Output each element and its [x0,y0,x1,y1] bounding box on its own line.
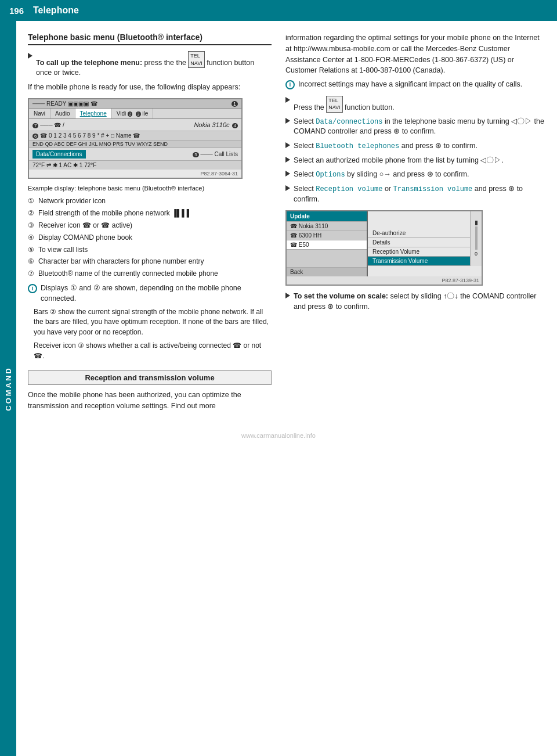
triangle-icon-r2 [285,118,290,124]
page-title: Telephone [33,5,79,16]
bullet-press-tel: Press the TELNAVI function button. [285,96,545,113]
opt-right-inner: De-authorize Details Reception Volume Tr… [368,211,482,266]
legend-item-1: ① Network provider icon [28,196,272,206]
bullet-select-phone: Select an authorized mobile phone from t… [285,156,545,166]
bullet-set-volume: To set the volume on scale: select by sl… [285,291,545,312]
bullet-data-connections: Select Data/connections in the telephone… [285,117,545,137]
final-bullet-label: To set the volume on scale: [294,292,388,300]
info-box-1: i Displays ① and ② are shown, depending … [28,283,272,304]
opt-menu-list: De-authorize Details Reception Volume Tr… [368,211,470,266]
mono-reception: Reception volume [316,185,382,193]
right-column: information regarding the optimal settin… [285,33,545,415]
legend-text-1: Network provider icon [38,196,106,206]
para-info-text: information regarding the optimal settin… [285,34,540,74]
bullet-set-volume-text: To set the volume on scale: select by sl… [294,291,545,312]
para-info-right: information regarding the optimal settin… [285,33,545,76]
triangle-icon-r1 [285,97,290,103]
side-label-text: COMAND [4,366,13,411]
legend-text-5: To view call lists [38,245,88,255]
bullet-call-up-text: To call up the telephone menu: press the… [36,51,272,78]
legend-num-4: ④ [28,233,38,243]
legend-num-3: ③ [28,221,38,231]
bullet-bluetooth-text: Select Bluetooth telephones and press ⊛ … [294,141,478,152]
opt-ref: P82.87-3139-31 [287,276,482,285]
phone-ready: ─── READY ▣▣▣▣ ☎ [32,100,97,107]
legend-item-2: ② Field strength of the mobile phone net… [28,208,272,218]
info-box-right: i Incorrect settings may have a signific… [285,80,545,90]
info-bars-text: Bars ② show the current signal strength … [34,307,272,337]
phone-icon-3: ☎ [290,242,297,248]
opt-details: Details [368,238,470,247]
triangle-icon-r6 [285,185,290,191]
info-text-1: Displays ① and ② are shown, depending on… [41,283,272,304]
opt-right-panel: De-authorize Details Reception Volume Tr… [368,211,482,276]
opt-transmission: Transmission Volume [368,257,470,266]
opt-reception: Reception Volume [368,247,470,257]
legend-text-2: Field strength of the mobile phone netwo… [38,208,191,218]
legend-num-7: ⑦ [28,269,38,279]
bullet-options: Select Options by sliding ○→ and press ⊛… [285,170,545,180]
bullet-text-1: press the [144,59,174,67]
info-icon-1: i [28,284,37,293]
left-column: Telephone basic menu (Bluetooth® interfa… [28,33,272,415]
mono-bluetooth: Bluetooth telephones [316,142,399,150]
phone2-name: 6300 HH [299,232,321,239]
legend-text-4: Display COMAND phone book [38,233,132,243]
slider-track [475,226,478,250]
opt-deauth: De-authorize [368,229,470,238]
phone-data-row: Data/Connections 5 ─── Call Lists [29,148,241,161]
header-bar: 196 Telephone [0,0,557,21]
caption: Example display: telephone basic menu (B… [28,185,272,192]
phone3-name: E50 [299,242,309,248]
phone-top-bar: ─── READY ▣▣▣▣ ☎ 1 [29,99,241,109]
options-display: Update ☎ Nokia 3110 ☎ 6300 HH ☎ E50 [285,210,483,286]
caption-text: Example display: telephone basic menu (B… [28,185,204,192]
phone-num-label: 6 ☎ 0 1 2 3 4 5 6 7 8 9 * # + □ Name ☎ [32,132,140,139]
legend-num-2: ② [28,208,38,218]
section-box: Reception and transmission volume [28,370,272,385]
phone-icon-2: ☎ [290,232,297,239]
nokia-name: Nokia 3110c [194,121,229,128]
slider-zero: 0 [475,251,478,257]
phone-bottom-row: 72°F ⇌ ✱ 1 AC ✱ 1 72°F [29,161,241,170]
phone-ref: P82.87-3064-31 [29,170,241,178]
legend-num-6: ⑥ [28,257,38,267]
legend-item-4: ④ Display COMAND phone book [28,233,272,243]
tel-btn: TELNAVI [188,51,204,68]
legend-text-7: Bluetooth® name of the currently connect… [38,269,218,279]
legend-item-6: ⑥ Character bar with characters for phon… [28,257,272,267]
para-reception: Once the mobile phone has been authorize… [28,390,272,412]
menu-vid: Vidi 2 3 ile [112,109,154,118]
bullet-call-up: To call up the telephone menu: press the… [28,51,272,78]
legend-num-1: ① [28,196,38,206]
mono-data-connections: Data/connections [316,118,382,126]
info-receiver-text: Receiver icon ③ shows whether a call is … [34,341,272,361]
back-label: Back [290,269,303,275]
side-label: COMAND [0,21,16,756]
phone-menu-bar: Navi Audio Telephone Vidi 2 3 ile [29,109,241,119]
phone-data-connections: Data/Connections [32,150,86,159]
menu-navi: Navi [29,109,50,118]
mono-transmission: Transmission volume [393,185,473,193]
opt-back-row: Back [287,267,367,276]
phone-icon-1: ☎ [290,223,297,229]
bullet-options-text: Select Options by sliding ○→ and press ⊛… [294,170,469,180]
phone-alpha-row: END QD ABC DEF GHI JKL MNO PRS TUV WXYZ … [29,141,241,148]
legend-text-3: Receiver icon ☎ or ☎ active) [38,221,132,231]
bullet-label: To call up the telephone menu: [36,59,142,67]
mono-options: Options [316,171,345,179]
triangle-icon-r3 [285,142,290,148]
info-icon-right: i [285,80,295,89]
triangle-icon-r4 [285,157,290,163]
info-block-bars: Bars ② show the current signal strength … [34,307,272,361]
legend-num-5: ⑤ [28,245,38,255]
legend-item-3: ③ Receiver icon ☎ or ☎ active) [28,221,272,231]
para-ready: If the mobile phone is ready for use, th… [28,82,272,93]
bullet-volume: Select Reception volume or Transmission … [285,184,545,204]
options-inner: Update ☎ Nokia 3110 ☎ 6300 HH ☎ E50 [287,211,482,276]
phone-bottom-text: 72°F ⇌ ✱ 1 AC ✱ 1 72°F [32,162,96,168]
phone-middle: 7 ─── ☎ / Nokia 3110c 4 [29,119,241,131]
slider-top [475,221,478,225]
bullet-volume-text: Select Reception volume or Transmission … [294,184,545,204]
bullet-select-phone-text: Select an authorized mobile phone from t… [294,156,504,166]
